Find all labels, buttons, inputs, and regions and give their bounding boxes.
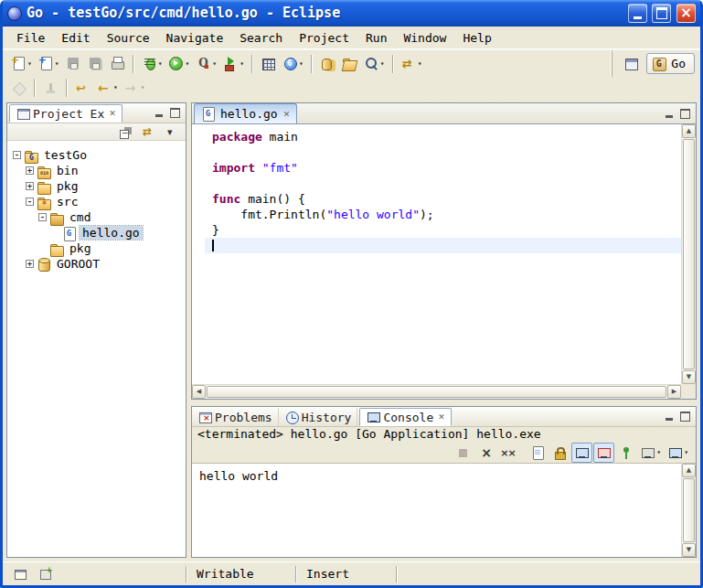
save-all-button[interactable] bbox=[85, 54, 106, 74]
menu-run[interactable]: Run bbox=[357, 28, 395, 48]
scroll-up-button[interactable]: ▲ bbox=[682, 124, 696, 138]
project-tree[interactable]: -testGo+bin+pkg-src-cmd+hello.go+pkg+GOR… bbox=[7, 141, 186, 557]
show-stdout-button[interactable] bbox=[571, 443, 592, 463]
pin-editor-button[interactable] bbox=[40, 78, 61, 98]
view-menu-button[interactable] bbox=[161, 124, 182, 140]
tree-item-testgo[interactable]: -testGo bbox=[7, 147, 186, 163]
tree-expander[interactable]: - bbox=[38, 213, 47, 221]
tree-expander[interactable]: + bbox=[26, 260, 34, 268]
show-stderr-button[interactable] bbox=[593, 443, 614, 463]
tab-project-explorer[interactable]: Project Ex ✕ bbox=[9, 104, 122, 123]
print-button[interactable] bbox=[107, 54, 128, 74]
open-resource-button[interactable] bbox=[339, 54, 360, 74]
tab-console[interactable]: Console✕ bbox=[359, 408, 451, 426]
new-wizard-button[interactable]: ▾ bbox=[8, 54, 35, 74]
open-perspective-button[interactable] bbox=[621, 54, 642, 74]
pin-console-button[interactable] bbox=[615, 443, 636, 463]
forward-button[interactable]: ▾ bbox=[122, 78, 148, 98]
scroll-thumb[interactable] bbox=[683, 139, 695, 369]
tree-item-pkg[interactable]: +pkg bbox=[7, 178, 186, 194]
back-button[interactable]: ▾ bbox=[94, 78, 121, 98]
minimize-console-button[interactable] bbox=[662, 410, 676, 423]
scroll-left-button[interactable]: ◀ bbox=[192, 385, 206, 399]
annotation-ruler[interactable] bbox=[192, 124, 205, 384]
scroll-thumb[interactable] bbox=[683, 478, 695, 542]
scroll-up-button[interactable]: ▲ bbox=[682, 464, 696, 477]
menu-file[interactable]: File bbox=[8, 28, 53, 48]
tree-expander[interactable]: + bbox=[26, 182, 34, 190]
open-type-button[interactable] bbox=[317, 54, 338, 74]
console-vscrollbar[interactable]: ▲ ▼ bbox=[681, 464, 696, 557]
run-button[interactable]: ▾ bbox=[165, 54, 192, 74]
menu-source[interactable]: Source bbox=[99, 28, 158, 48]
console-body[interactable]: hello world ▲ ▼ bbox=[192, 463, 696, 557]
scroll-right-button[interactable]: ▶ bbox=[667, 385, 681, 399]
menu-window[interactable]: Window bbox=[395, 28, 454, 48]
go-grid-button[interactable] bbox=[258, 54, 279, 74]
terminate-button[interactable] bbox=[453, 443, 474, 463]
tab-problems[interactable]: Problems bbox=[192, 408, 279, 426]
run-configurations-button[interactable]: ▾ bbox=[193, 54, 219, 74]
close-button[interactable] bbox=[676, 4, 696, 23]
tab-history[interactable]: History bbox=[279, 408, 358, 426]
close-editor-icon[interactable]: ✕ bbox=[283, 109, 291, 120]
tree-expander[interactable]: - bbox=[13, 151, 21, 159]
tree-item-cmd[interactable]: -cmd bbox=[7, 209, 186, 225]
tree-item-src[interactable]: -src bbox=[7, 194, 186, 209]
scroll-lock-button[interactable] bbox=[549, 443, 570, 463]
new-go-element-button[interactable]: ▾ bbox=[36, 54, 62, 74]
titlebar[interactable]: Go - testGo/src/cmd/hello.go - Eclipse bbox=[3, 0, 700, 27]
tree-item-pkg[interactable]: +pkg bbox=[7, 241, 186, 256]
close-tab-icon[interactable]: ✕ bbox=[438, 412, 445, 422]
code-line[interactable]: func main() { bbox=[205, 191, 681, 207]
tree-item-bin[interactable]: +bin bbox=[7, 163, 186, 178]
menu-help[interactable]: Help bbox=[454, 28, 499, 48]
menu-edit[interactable]: Edit bbox=[53, 28, 98, 48]
tree-item-goroot[interactable]: +GOROOT bbox=[7, 256, 186, 272]
open-console-button[interactable]: ▾ bbox=[665, 443, 691, 463]
tree-expander[interactable]: + bbox=[26, 166, 34, 175]
tree-item-hello-go[interactable]: +hello.go bbox=[7, 225, 186, 241]
remove-launch-button[interactable] bbox=[474, 443, 495, 463]
maximize-view-button[interactable] bbox=[168, 106, 182, 120]
menu-navigate[interactable]: Navigate bbox=[158, 28, 232, 48]
maximize-console-button[interactable] bbox=[678, 410, 692, 423]
workbench-status-button[interactable] bbox=[35, 564, 56, 584]
tree-expander[interactable]: - bbox=[26, 198, 34, 206]
code-line[interactable]: } bbox=[205, 222, 681, 238]
code-line[interactable] bbox=[205, 176, 681, 191]
external-tools-button[interactable]: ▾ bbox=[220, 54, 247, 74]
code-line[interactable]: package main bbox=[205, 129, 681, 144]
collapse-all-button[interactable] bbox=[115, 124, 136, 140]
link-with-editor-button[interactable] bbox=[138, 124, 159, 140]
fast-view-button[interactable] bbox=[10, 564, 31, 584]
team-sync-button[interactable]: ▾ bbox=[399, 54, 425, 74]
display-console-button[interactable]: ▾ bbox=[637, 443, 664, 463]
editor-hscrollbar[interactable]: ◀ ▶ bbox=[192, 384, 681, 399]
go-perspective-button[interactable]: Go bbox=[646, 53, 695, 74]
save-button[interactable] bbox=[63, 54, 84, 74]
scroll-down-button[interactable]: ▼ bbox=[682, 543, 696, 557]
code-line[interactable] bbox=[205, 144, 681, 160]
minimize-editor-button[interactable] bbox=[662, 107, 676, 121]
last-edit-location-button[interactable] bbox=[72, 78, 93, 98]
scroll-down-button[interactable]: ▼ bbox=[682, 370, 696, 384]
maximize-button[interactable] bbox=[652, 4, 671, 23]
scroll-thumb[interactable] bbox=[207, 386, 666, 398]
mark-occurrences-button[interactable] bbox=[8, 78, 29, 98]
code-line[interactable]: fmt.Println("hello world"); bbox=[205, 207, 681, 222]
editor-tab-hello-go[interactable]: hello.go ✕ bbox=[194, 103, 297, 123]
search-button[interactable]: ▾ bbox=[361, 54, 388, 74]
editor-vscrollbar[interactable]: ▲ ▼ bbox=[681, 124, 696, 384]
debug-button[interactable]: ▾ bbox=[139, 54, 165, 74]
minimize-button[interactable] bbox=[628, 4, 647, 23]
code-line[interactable] bbox=[205, 238, 681, 253]
menu-project[interactable]: Project bbox=[291, 28, 357, 48]
remove-all-launches-button[interactable] bbox=[496, 443, 517, 463]
go-browser-button[interactable]: ▾ bbox=[280, 54, 306, 74]
code-line[interactable]: import "fmt" bbox=[205, 160, 681, 176]
minimize-view-button[interactable] bbox=[152, 106, 165, 120]
maximize-editor-button[interactable] bbox=[678, 107, 692, 121]
clear-console-button[interactable] bbox=[527, 443, 549, 463]
close-tab-icon[interactable]: ✕ bbox=[109, 108, 116, 119]
